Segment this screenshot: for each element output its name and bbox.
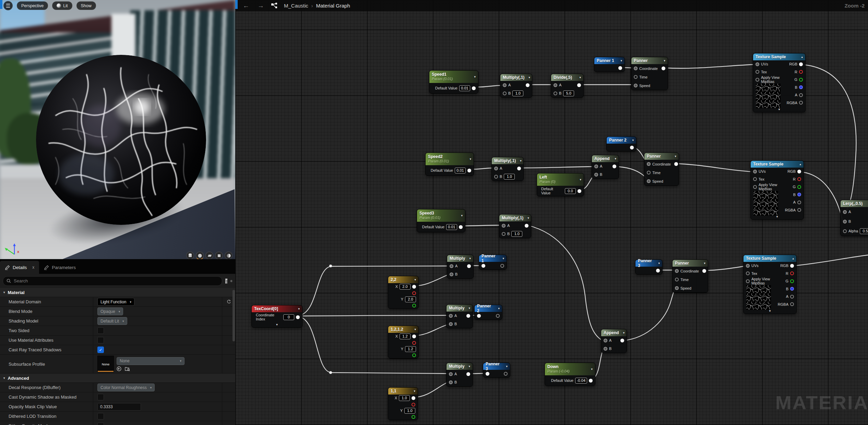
output-pin-g[interactable] [412,353,416,357]
use-selected-asset-icon[interactable] [117,366,121,371]
input-pin-coordinate[interactable] [647,162,651,166]
preview-sphere[interactable] [35,53,207,226]
value-box[interactable]: 0 [283,314,294,320]
input-pin[interactable] [481,264,485,268]
input-pin-a[interactable] [449,372,453,376]
details-scrollbar[interactable] [233,290,235,341]
output-pin-b[interactable] [799,85,803,89]
node-ts1[interactable]: Texture Sample▴UVsRGBTexRApply View MipB… [753,53,806,112]
input-pin-alpha[interactable] [843,229,847,233]
preview-viewport[interactable]: Perspective Lit Show x [0,0,235,259]
input-pin-a[interactable] [494,167,498,170]
input-pin-uvs[interactable] [746,264,750,268]
node-speed3[interactable]: Speed3Param (0.01)▾Default Value0.01 [417,209,465,232]
node-panC[interactable]: Panner▾CoordinateTimeSpeed [672,259,708,293]
default-value-box[interactable]: 0.01 [446,224,457,230]
input-pin-uvs[interactable] [753,170,757,173]
node-pan2u[interactable]: Panner 2▾ [606,136,637,151]
cast-dynamic-shadow-as-masked-checkbox[interactable] [97,394,104,400]
use-material-attributes-checkbox[interactable] [97,337,104,343]
input-pin-a[interactable] [843,210,847,214]
viewport-menu-button[interactable] [3,1,13,10]
input-pin-tex[interactable] [753,177,757,181]
node-div1[interactable]: Divide(,5)▾AB5.0 [551,74,584,98]
x-value-box[interactable]: 1.0 [399,395,410,401]
x-value-box[interactable]: 1.2 [400,333,411,339]
node-pan3d[interactable]: Panner 3▾ [483,363,510,378]
value-box[interactable]: 5.0 [563,90,574,96]
subsurface-profile-dropdown[interactable]: None▾ [117,357,185,365]
node-speed1[interactable]: Speed1Param (0.01)▾Default Value0.01 [429,70,478,94]
output-pin-g[interactable] [799,78,803,82]
output-pin[interactable] [630,146,634,149]
node-panB[interactable]: Panner▾CoordinateTimeSpeed [644,153,679,186]
y-value-box[interactable]: 1.2 [405,346,416,352]
input-pin-b[interactable] [449,380,453,384]
node-down[interactable]: DownParam (-0.04)▾Default Value-0.04 [545,363,595,386]
output-pin[interactable] [525,224,528,228]
output-pin-rgb[interactable] [797,170,801,173]
reset-to-default-icon[interactable] [227,300,231,304]
input-pin-a[interactable] [502,224,506,228]
output-pin-r[interactable] [790,271,794,275]
output-pin-r[interactable] [412,341,416,345]
default-value-box[interactable]: 0.0 [565,188,576,194]
output-pin[interactable] [589,379,593,382]
node-panA[interactable]: Panner▾CoordinateTimeSpeed [631,57,668,90]
output-pin[interactable] [412,285,416,289]
input-pin-tex[interactable] [746,271,750,275]
node-mulA[interactable]: Multiply▾AB [447,255,474,279]
input-pin-a[interactable] [450,264,453,268]
input-pin-uvs[interactable] [756,62,759,66]
output-pin-r[interactable] [412,403,415,406]
output-pin-rgba[interactable] [799,101,803,105]
y-value-box[interactable]: 1.0 [404,408,415,414]
node-pan3u[interactable]: Panner 3▾ [635,259,663,275]
material-domain-dropdown[interactable]: Light Function▾ [97,298,134,306]
output-pin-rgba[interactable] [797,208,801,212]
sphere-shape-button[interactable] [196,252,204,259]
input-pin-b[interactable] [503,92,507,95]
gear-icon[interactable] [230,278,233,284]
output-pin[interactable] [577,83,581,87]
input-pin[interactable] [486,372,489,376]
output-pin-rgb[interactable] [799,62,803,66]
x-value-box[interactable]: 2.0 [400,284,411,290]
input-pin-time[interactable] [647,171,651,174]
cast-ray-traced-shadows-checkbox[interactable] [97,347,104,353]
dithered-lod-transition-checkbox[interactable] [97,413,104,420]
blend-mode-dropdown[interactable]: Opaque▾ [97,307,123,315]
input-pin-time[interactable] [675,278,679,281]
input-pin-tex[interactable] [756,70,759,74]
input-pin-coordinate[interactable] [634,66,638,70]
output-pin-g[interactable] [797,185,801,189]
node-pan2d[interactable]: Panner 2▾ [474,305,502,320]
output-pin[interactable] [674,162,678,166]
node-speed2[interactable]: Speed2Param (0.01)▾Default Value0.01 [425,153,474,176]
section-material[interactable]: ▾ Material [0,288,235,297]
node-app2[interactable]: Append▾AB [601,329,627,353]
input-pin-apply-view-mipbias[interactable] [746,279,750,283]
plane-shape-button[interactable] [205,252,213,259]
node-texcoord[interactable]: TexCoord[0]▾Coordinate Index0▾ [251,305,302,328]
input-pin-coordinate[interactable] [675,269,679,273]
output-pin-g[interactable] [790,279,794,283]
input-pin-a[interactable] [503,83,507,87]
default-value-box[interactable]: 0.01 [455,168,466,173]
cube-shape-button[interactable] [215,252,223,259]
output-pin-a[interactable] [797,201,801,204]
alpha-value-box[interactable]: 0.5 [860,228,868,234]
value-box[interactable]: 1.0 [511,231,522,237]
output-pin-a[interactable] [799,93,803,97]
output-pin[interactable] [496,314,500,318]
shading-model-dropdown[interactable]: Default Lit▾ [97,317,127,325]
output-pin-rgb[interactable] [790,264,794,268]
breadcrumb-page[interactable]: Material Graph [316,3,350,9]
section-advanced[interactable]: ▾ Advanced [0,374,235,383]
output-pin[interactable] [618,66,622,70]
node-ts3[interactable]: Texture Sample▴UVsRGBTexRApply View MipB… [743,255,797,314]
input-pin-b[interactable] [554,92,557,95]
input-pin-apply-view-mipbias[interactable] [753,185,757,189]
input-pin-b[interactable] [843,220,847,223]
back-button[interactable]: ← [243,2,249,10]
